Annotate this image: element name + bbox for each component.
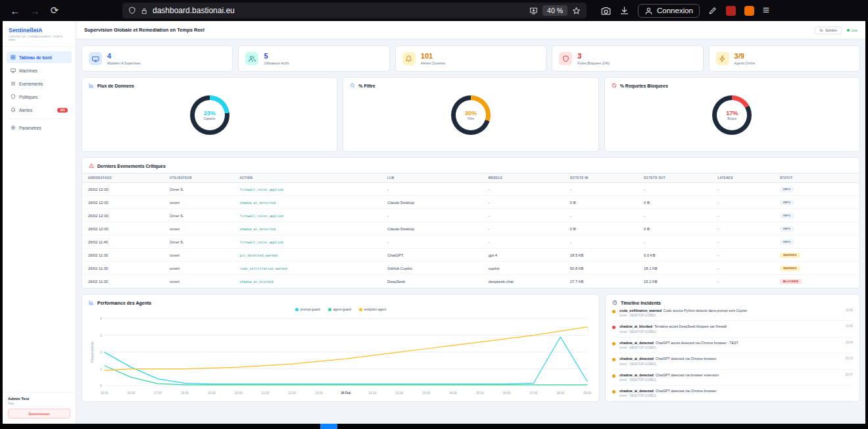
incident-dot-icon (612, 342, 615, 345)
table-cell: - (638, 236, 711, 249)
timeline-incidents-card: Timeline Incidents code_exfiltration_war… (605, 294, 860, 402)
stat-card-2: 101Alertes Ouvertes (395, 45, 546, 72)
svg-text:15:00: 15:00 (101, 390, 108, 394)
incident-text: code_exfiltration_warned: Code source Py… (619, 309, 838, 313)
screenshot-camera-icon[interactable] (601, 6, 611, 16)
table-cell: omert (164, 196, 233, 209)
sidebar-item-alertes[interactable]: Alertes101 (7, 104, 72, 116)
account-button[interactable]: Connexion (638, 4, 700, 18)
table-cell: deepseek-chat (483, 275, 564, 288)
stat-value: 3/9 (735, 52, 755, 60)
column-header: Octets Out (638, 174, 711, 183)
incident-meta: omert · DESKTOP-G33BD1 (619, 378, 838, 382)
action-link[interactable]: code_exfiltration_warned (233, 262, 381, 275)
table-cell: - (711, 196, 774, 209)
table-cell: 26/02 11:40 (82, 236, 164, 249)
table-cell: - (381, 183, 483, 196)
zoom-indicator[interactable]: 40 % (542, 5, 567, 16)
incident-meta: omert · DESKTOP-G33BD1 (619, 394, 845, 397)
sidebar-item-machines[interactable]: Machines (7, 64, 72, 76)
bell-icon (11, 107, 16, 113)
incident-dot-icon (612, 326, 615, 329)
table-cell: 26/02 11:30 (82, 249, 164, 262)
table-cell: omert (164, 249, 233, 262)
table-cell: - (638, 183, 711, 196)
timeline-item: shadow_ai_detected: ChatGPT detected via… (612, 370, 853, 386)
events-table-title: Derniers Evenements Critiques (97, 164, 166, 168)
table-cell: - (564, 183, 638, 196)
action-link[interactable]: firewall_rules_applied (233, 183, 381, 196)
table-cell: 0.0 KB (638, 249, 711, 262)
sidebar-item-tableau-de-bord[interactable]: Tableau de bord (7, 51, 72, 63)
back-button[interactable]: ← (7, 3, 24, 18)
gauge-title: % Requetes Bloquees (620, 84, 668, 88)
search-icon (350, 83, 355, 88)
column-header: Action (233, 174, 381, 183)
download-icon[interactable] (619, 6, 629, 16)
table-cell: 0 B (638, 222, 711, 236)
stat-card-4: 3/9Agents Online (709, 45, 860, 72)
action-link[interactable]: shadow_ai_blocked (233, 275, 381, 288)
status-badge: INFO (780, 213, 794, 218)
ban-icon (612, 83, 617, 88)
device-icon[interactable] (529, 7, 538, 15)
incident-text: shadow_ai_blocked: Tentative accès DeepS… (619, 324, 838, 329)
action-link[interactable]: pii_detected_warned (233, 249, 381, 262)
table-cell: - (483, 236, 564, 249)
main-header: Supervision Globale et Remediation en Te… (76, 21, 865, 39)
url-text[interactable]: dashboard.bastionai.eu (153, 6, 525, 15)
table-cell: 0 B (564, 222, 638, 236)
svg-text:04:00: 04:00 (449, 390, 457, 394)
url-bar[interactable]: dashboard.bastionai.eu 40 % (122, 3, 587, 18)
action-link[interactable]: shadow_ai_detected (233, 222, 381, 236)
svg-text:1: 1 (100, 367, 102, 371)
table-row: 26/02 11:30omertcode_exfiltration_warned… (82, 262, 859, 275)
toolbar-actions: Connexion ≡ (601, 4, 769, 18)
stat-label: Fuites Bloquees (24h) (577, 61, 610, 65)
gauge-card-1: % Filtre30%Filtre (343, 77, 598, 152)
table-cell: 26/02 12:00 (82, 209, 164, 222)
status-badge: WARNED (780, 266, 800, 271)
gauge-title: Flux de Donnees (97, 84, 134, 88)
window-bottom-edge (0, 424, 868, 429)
forward-button[interactable]: → (26, 3, 43, 18)
sidebar-item-label: Politiques (19, 95, 37, 99)
star-icon[interactable] (572, 7, 581, 15)
action-link[interactable]: firewall_rules_applied (233, 236, 381, 249)
sidebar-item-evenements[interactable]: Evenements (7, 78, 72, 89)
svg-text:Requetes/min: Requetes/min (91, 341, 94, 363)
table-cell: - (381, 236, 483, 249)
incident-text: shadow_ai_detected: ChatGPT accès detect… (619, 341, 838, 345)
action-link[interactable]: shadow_ai_detected (233, 196, 381, 209)
warning-icon (89, 163, 94, 168)
brand-title: SentinelleIA (9, 27, 70, 34)
orange-extension-icon[interactable] (744, 6, 754, 16)
shield-icon[interactable] (128, 7, 136, 14)
table-cell: omert (164, 222, 233, 236)
table-cell: 18.5 KB (564, 249, 638, 262)
brand-subtitle: Centre de Commandement Temps Reel (9, 35, 70, 41)
status-badge: INFO (780, 240, 794, 245)
sidebar-item-politiques[interactable]: Politiques (7, 91, 72, 103)
action-link[interactable]: firewall_rules_applied (233, 209, 381, 222)
sidebar-nav: Tableau de bordMachinesEvenementsPolitiq… (3, 47, 76, 135)
grid-icon (11, 55, 16, 60)
bottom-row: Performance des Agents prompt-guardagent… (82, 294, 860, 402)
incident-meta: omert · DESKTOP-G33BD1 (619, 330, 838, 334)
table-cell: - (564, 236, 638, 249)
lock-icon[interactable] (141, 7, 148, 14)
menu-icon[interactable]: ≡ (763, 4, 769, 17)
table-cell: 18.1 KB (638, 262, 711, 275)
stat-value: 3 (577, 52, 610, 60)
theme-toggle-button[interactable]: Sombre (815, 26, 842, 34)
stat-value: 4 (107, 52, 141, 60)
table-cell: Omer S. (164, 183, 233, 196)
stats-row: 4Modeles IA Supervises5Utilisateurs Acti… (82, 45, 860, 72)
reload-button[interactable]: ⟳ (46, 3, 63, 18)
logout-button[interactable]: Deconnexion (8, 409, 70, 418)
adblock-extension-icon[interactable] (726, 6, 736, 16)
sidebar-item-parametres[interactable]: Parametres (7, 122, 72, 134)
gauge-card-2: % Requetes Bloquees17%Bloque (604, 77, 860, 152)
sidebar: SentinelleIA Centre de Commandement Temp… (3, 21, 76, 424)
pen-extension-icon[interactable] (708, 6, 717, 15)
